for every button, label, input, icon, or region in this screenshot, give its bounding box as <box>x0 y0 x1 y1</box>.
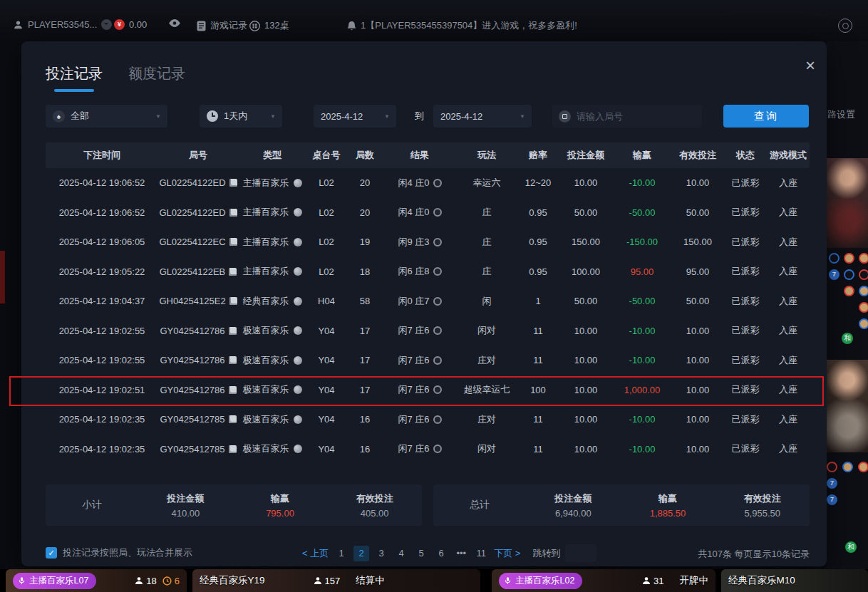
road-settings-button[interactable]: 路设置 <box>827 108 868 121</box>
tab-quota-records[interactable]: 额度记录 <box>128 64 185 92</box>
copy-icon[interactable] <box>229 268 237 276</box>
table-count-button[interactable]: 132桌 <box>249 19 289 32</box>
table-name-pill: 主播百家乐L02 <box>499 573 582 589</box>
video-tile-classic-baccarat-M10[interactable]: 经典百家乐M10 <box>721 569 868 592</box>
column-header: 桌台号 <box>306 149 346 162</box>
result-info-icon[interactable] <box>433 179 442 187</box>
chevron-down-icon <box>101 19 112 30</box>
live-badge-icon <box>294 208 302 217</box>
cell-odds: 11 <box>517 355 559 365</box>
live-badge-icon <box>294 356 302 365</box>
bet-records-modal: × 投注记录 额度记录 ♠ 全部 ▼ 1天内 ▼ 2025-4-12 <box>21 41 827 566</box>
page-button[interactable]: 5 <box>413 546 429 561</box>
column-header: 输赢 <box>613 149 671 162</box>
result-info-icon[interactable] <box>433 208 442 217</box>
table-count-label: 132桌 <box>264 19 289 32</box>
balance-display[interactable]: ¥ 0.00 <box>114 19 147 30</box>
cell-round-id: GH04254125E2 <box>158 296 238 306</box>
cell-bet-time: 2025-04-12 19:02:55 <box>46 355 158 365</box>
page-button[interactable]: 11 <box>473 546 489 561</box>
table-row: 2025-04-12 19:06:52 GL02254122ED 主播百家乐 L… <box>46 168 810 198</box>
subtotal-winloss: 795.00 <box>233 508 328 519</box>
cell-play-type: 闲对 <box>456 442 517 455</box>
cell-game-type: 极速百家乐 <box>238 354 306 367</box>
dealer-video-thumbnail[interactable] <box>827 360 868 452</box>
result-info-icon[interactable] <box>433 445 442 453</box>
column-header: 投注金额 <box>559 149 613 162</box>
tab-label: 额度记录 <box>128 66 185 81</box>
close-icon[interactable]: × <box>805 57 815 74</box>
support-icon <box>838 19 852 33</box>
merge-checkbox[interactable]: ✓ <box>46 547 57 559</box>
subtotal-label: 小计 <box>46 499 138 511</box>
page-button[interactable]: 4 <box>393 546 409 561</box>
result-info-icon[interactable] <box>433 238 442 246</box>
records-summary: 共107条 每页显示10条记录 <box>698 548 810 561</box>
toggle-balance-visibility[interactable] <box>168 19 181 27</box>
cell-status: 已派彩 <box>724 236 767 249</box>
cell-round-id: GY0425412786 <box>158 326 238 336</box>
result-info-icon[interactable] <box>433 415 442 424</box>
road-bead-icon <box>859 269 868 280</box>
video-tile-live-baccarat-L02[interactable]: 主播百家乐L02 31 开牌中 <box>492 569 715 592</box>
total-valid-label: 有效投注 <box>715 492 810 505</box>
tie-marker-icon: 和 <box>845 541 857 553</box>
date-from-picker[interactable]: 2025-4-12 ▼ <box>314 105 396 128</box>
cell-status: 已派彩 <box>724 265 767 278</box>
copy-icon[interactable] <box>229 297 237 305</box>
cell-win-loss: -10.00 <box>613 444 671 455</box>
page-button[interactable]: 2 <box>353 546 369 561</box>
cell-game-type: 主播百家乐 <box>238 206 306 219</box>
support-button[interactable] <box>838 19 852 33</box>
video-tile-live-baccarat-L07[interactable]: 主播百家乐L07 18 6 <box>6 569 187 592</box>
cell-round-no: 20 <box>346 177 383 188</box>
game-type-select[interactable]: ♠ 全部 ▼ <box>46 105 167 128</box>
cell-odds: 1 <box>517 296 559 306</box>
result-info-icon[interactable] <box>433 385 442 394</box>
jump-page-input[interactable] <box>565 544 596 562</box>
copy-icon[interactable] <box>229 415 237 423</box>
page-button[interactable]: 6 <box>433 546 449 561</box>
round-number-input[interactable] <box>552 105 702 128</box>
tab-bet-records[interactable]: 投注记录 <box>46 64 103 92</box>
road-bead-icon <box>859 302 868 313</box>
cell-table-no: Y04 <box>306 414 346 425</box>
merge-checkbox-label: 投注记录按照局、玩法合并展示 <box>63 546 192 559</box>
query-button[interactable]: 查询 <box>723 105 809 128</box>
copy-icon[interactable] <box>229 356 237 364</box>
user-menu[interactable]: PLAYER53545... <box>13 19 112 30</box>
table-row: 2025-04-12 19:06:05 GL02254122EC 主播百家乐 L… <box>46 227 810 257</box>
page-button[interactable]: 1 <box>334 546 349 561</box>
road-bead-icon <box>827 462 837 472</box>
tab-label: 投注记录 <box>46 66 103 81</box>
dealer-video-thumbnail[interactable] <box>827 158 868 248</box>
tie-marker-icon: 和 <box>842 333 853 344</box>
result-info-icon[interactable] <box>433 297 442 306</box>
result-info-icon[interactable] <box>433 326 442 335</box>
page-button[interactable]: 3 <box>373 546 389 561</box>
copy-icon[interactable] <box>229 238 237 246</box>
game-records-button[interactable]: 游戏记录 <box>197 19 247 32</box>
cell-bet-amount: 10.00 <box>559 177 613 188</box>
page-button[interactable]: ••• <box>453 546 469 561</box>
notifications[interactable]: 1【PLAYER535455397504】进入游戏，祝多多盈利! <box>347 19 577 32</box>
cell-bet-time: 2025-04-12 19:02:35 <box>46 444 158 455</box>
cell-status: 已派彩 <box>724 324 767 337</box>
copy-icon[interactable] <box>229 209 237 217</box>
copy-icon[interactable] <box>229 179 237 187</box>
copy-icon[interactable] <box>229 327 237 335</box>
time-range-select[interactable]: 1天内 ▼ <box>200 105 282 128</box>
time-range-value: 1天内 <box>224 110 247 123</box>
cell-valid-bet: 10.00 <box>671 414 724 425</box>
copy-icon[interactable] <box>229 386 237 394</box>
prev-page-button[interactable]: < 上页 <box>302 547 329 560</box>
cell-table-no: H04 <box>306 296 346 306</box>
result-info-icon[interactable] <box>433 267 442 276</box>
active-tab-underline <box>54 89 94 92</box>
date-to-picker[interactable]: 2025-4-12 ▼ <box>433 105 532 128</box>
copy-icon[interactable] <box>229 445 237 453</box>
video-tile-classic-baccarat-Y19[interactable]: 经典百家乐Y19 157 结算中 <box>192 569 480 592</box>
next-page-button[interactable]: 下页 > <box>494 547 520 560</box>
cell-table-no: L02 <box>306 207 346 218</box>
result-info-icon[interactable] <box>433 356 442 365</box>
